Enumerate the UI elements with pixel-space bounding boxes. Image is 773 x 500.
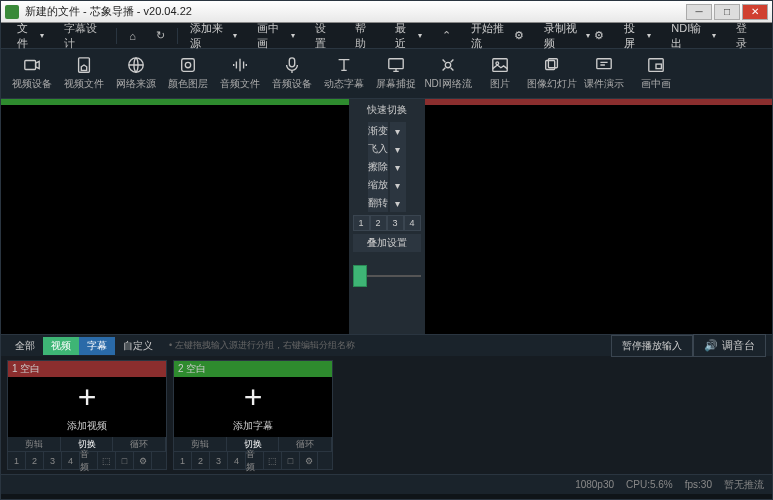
- source-2: 2 空白+添加字幕剪辑切换循环1234音频⬚□⚙: [173, 360, 333, 470]
- menu-home[interactable]: ⌂: [119, 23, 146, 48]
- program-pane[interactable]: [425, 99, 773, 334]
- menu-add-source[interactable]: 添加来源▾: [180, 23, 247, 48]
- tool-audio[interactable]: 音频文件: [215, 51, 265, 97]
- transition-panel: 快速切换 渐变▾飞入▾擦除▾缩放▾翻转▾ 1234 叠加设置: [349, 99, 425, 334]
- sources-panel: 1 空白+添加视频剪辑切换循环1234音频⬚□⚙2 空白+添加字幕剪辑切换循环1…: [1, 356, 772, 474]
- transition-飞入-dropdown[interactable]: ▾: [390, 140, 406, 158]
- svg-rect-12: [597, 59, 611, 69]
- src-btm-4[interactable]: 4: [62, 452, 80, 469]
- stage: 快速切换 渐变▾飞入▾擦除▾缩放▾翻转▾ 1234 叠加设置: [1, 99, 772, 334]
- pause-input-button[interactable]: 暂停播放输入: [611, 335, 693, 357]
- transition-翻转-dropdown[interactable]: ▾: [390, 194, 406, 212]
- src-ctrl-剪辑[interactable]: 剪辑: [8, 437, 61, 451]
- tab-video[interactable]: 视频: [43, 337, 79, 355]
- svg-rect-14: [656, 64, 661, 69]
- transition-slider[interactable]: [353, 261, 421, 291]
- close-button[interactable]: ✕: [742, 4, 768, 20]
- menu-settings[interactable]: 设置: [305, 23, 345, 48]
- app-icon: [5, 5, 19, 19]
- ppt-icon: [595, 56, 613, 74]
- source-1: 1 空白+添加视频剪辑切换循环1234音频⬚□⚙: [7, 360, 167, 470]
- source-tabs: 全部 视频 字幕 自定义 • 左键拖拽输入源进行分组，右键编辑分组名称 暂停播放…: [1, 334, 772, 356]
- transition-擦除[interactable]: 擦除: [368, 158, 388, 176]
- preset-1[interactable]: 1: [353, 215, 370, 231]
- src-btm-3[interactable]: 3: [210, 452, 228, 469]
- tab-subtitle[interactable]: 字幕: [79, 337, 115, 355]
- src-btm-⚙[interactable]: ⚙: [134, 452, 152, 469]
- menu-ndi[interactable]: NDI输出▾: [661, 23, 726, 48]
- tool-screen[interactable]: 屏幕捕捉: [371, 51, 421, 97]
- src-btm-⬚[interactable]: ⬚: [264, 452, 282, 469]
- src-btm-⬚[interactable]: ⬚: [98, 452, 116, 469]
- src-btm-□[interactable]: □: [282, 452, 300, 469]
- menu-subtitle-design[interactable]: 字幕设计: [54, 23, 114, 48]
- menu-pip[interactable]: 画中画▾: [247, 23, 304, 48]
- src-btm-2[interactable]: 2: [192, 452, 210, 469]
- src-btm-□[interactable]: □: [116, 452, 134, 469]
- src-btm-1[interactable]: 1: [8, 452, 26, 469]
- status-bar: 1080p30 CPU:5.6% fps:30 暂无推流: [1, 474, 772, 494]
- preview-pane[interactable]: [1, 99, 349, 334]
- menu-start-stream[interactable]: 开始推流⚙: [461, 23, 534, 48]
- image-icon: [491, 56, 509, 74]
- tool-color[interactable]: 颜色图层: [163, 51, 213, 97]
- menu-refresh[interactable]: ↻: [146, 23, 175, 48]
- transition-缩放[interactable]: 缩放: [368, 176, 388, 194]
- transition-渐变[interactable]: 渐变: [368, 122, 388, 140]
- tool-pip[interactable]: 画中画: [631, 51, 681, 97]
- source-add[interactable]: +添加字幕: [174, 377, 332, 437]
- minimize-button[interactable]: ─: [686, 4, 712, 20]
- preset-2[interactable]: 2: [370, 215, 387, 231]
- transition-飞入[interactable]: 飞入: [368, 140, 388, 158]
- tab-custom[interactable]: 自定义: [115, 337, 161, 355]
- menu-recent[interactable]: 最近▾: [385, 23, 432, 48]
- titlebar: 新建的文件 - 芯象导播 - v20.04.22 ─ □ ✕: [1, 1, 772, 23]
- tool-file[interactable]: 视频文件: [59, 51, 109, 97]
- preset-3[interactable]: 3: [387, 215, 404, 231]
- svg-rect-3: [182, 59, 195, 72]
- src-btm-2[interactable]: 2: [26, 452, 44, 469]
- tool-slides[interactable]: 图像幻灯片: [527, 51, 577, 97]
- tool-image[interactable]: 图片: [475, 51, 525, 97]
- menu-more[interactable]: ⌃: [432, 23, 461, 48]
- src-ctrl-循环[interactable]: 循环: [113, 437, 166, 451]
- maximize-button[interactable]: □: [714, 4, 740, 20]
- menu-login[interactable]: 登录: [726, 23, 766, 48]
- preset-4[interactable]: 4: [404, 215, 421, 231]
- tool-mic[interactable]: 音频设备: [267, 51, 317, 97]
- mic-icon: [283, 56, 301, 74]
- tab-all[interactable]: 全部: [7, 337, 43, 355]
- transition-缩放-dropdown[interactable]: ▾: [390, 176, 406, 194]
- src-btm-4[interactable]: 4: [228, 452, 246, 469]
- transition-翻转[interactable]: 翻转: [368, 194, 388, 212]
- tool-globe[interactable]: 网络来源: [111, 51, 161, 97]
- src-ctrl-循环[interactable]: 循环: [279, 437, 332, 451]
- tool-ndi[interactable]: NDI网络流: [423, 51, 473, 97]
- src-btm-音频[interactable]: 音频: [246, 452, 264, 469]
- overlay-settings-button[interactable]: 叠加设置: [353, 234, 421, 252]
- window-title: 新建的文件 - 芯象导播 - v20.04.22: [25, 4, 684, 19]
- src-btm-⚙[interactable]: ⚙: [300, 452, 318, 469]
- mixer-button[interactable]: 🔊调音台: [693, 334, 766, 357]
- status-stream: 暂无推流: [724, 478, 764, 492]
- menu-cast[interactable]: 投屏▾: [614, 23, 661, 48]
- transition-擦除-dropdown[interactable]: ▾: [390, 158, 406, 176]
- tab-hint: • 左键拖拽输入源进行分组，右键编辑分组名称: [169, 339, 355, 352]
- tool-camera[interactable]: 视频设备: [7, 51, 57, 97]
- src-btm-音频[interactable]: 音频: [80, 452, 98, 469]
- src-btm-3[interactable]: 3: [44, 452, 62, 469]
- menu-help[interactable]: 帮助: [345, 23, 385, 48]
- menu-record[interactable]: 录制视频▾⚙: [534, 23, 614, 48]
- menu-file[interactable]: 文件▾: [7, 23, 54, 48]
- svg-rect-6: [389, 59, 403, 69]
- source-add[interactable]: +添加视频: [8, 377, 166, 437]
- toolbar: 视频设备视频文件网络来源颜色图层音频文件音频设备动态字幕屏幕捕捉NDI网络流图片…: [1, 49, 772, 99]
- tool-text[interactable]: 动态字幕: [319, 51, 369, 97]
- src-btm-1[interactable]: 1: [174, 452, 192, 469]
- audio-icon: [231, 56, 249, 74]
- tool-ppt[interactable]: 课件演示: [579, 51, 629, 97]
- src-ctrl-剪辑[interactable]: 剪辑: [174, 437, 227, 451]
- file-icon: [75, 56, 93, 74]
- transition-渐变-dropdown[interactable]: ▾: [390, 122, 406, 140]
- svg-point-7: [445, 62, 450, 67]
